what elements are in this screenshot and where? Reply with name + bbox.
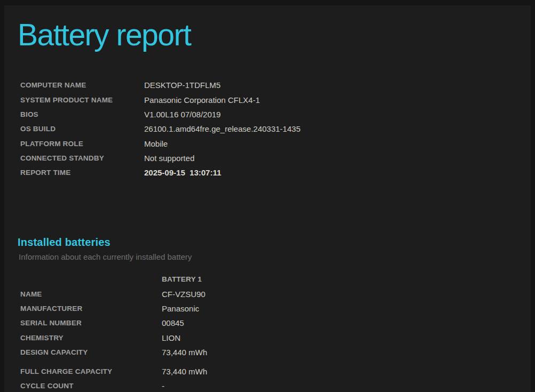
report-content: Battery report COMPUTER NAME DESKTOP-1TD… [4, 5, 531, 392]
row-value: CF-VZSU90 [162, 290, 206, 299]
row-label: PLATFORM ROLE [20, 140, 144, 148]
row-value: 73,440 mWh [162, 348, 207, 357]
row-value: DESKTOP-1TDFLM5 [144, 81, 221, 90]
row-label: OS BUILD [20, 125, 144, 133]
row-value: 26100.1.amd64fre.ge_release.240331-1435 [144, 124, 301, 133]
row-label: CONNECTED STANDBY [20, 154, 144, 162]
table-row: SYSTEM PRODUCT NAME Panasonic Corporatio… [20, 92, 301, 107]
row-label: DESIGN CAPACITY [20, 348, 162, 356]
row-label: BIOS [20, 110, 144, 118]
table-row: NAME CF-VZSU90 [20, 286, 207, 301]
table-header-row: BATTERY 1 [20, 272, 207, 286]
row-label: SYSTEM PRODUCT NAME [20, 96, 144, 104]
battery-report-page: Battery report COMPUTER NAME DESKTOP-1TD… [0, 0, 535, 392]
section-subtitle: Information about each currently install… [19, 252, 192, 261]
row-value: Mobile [144, 139, 168, 148]
row-value: Panasonic Corporation CFLX4-1 [144, 95, 260, 105]
row-label: COMPUTER NAME [20, 81, 144, 89]
row-label: FULL CHARGE CAPACITY [20, 367, 162, 375]
table-row: PLATFORM ROLE Mobile [20, 136, 301, 150]
table-row: MANUFACTURER Panasonic [20, 301, 207, 316]
row-label: NAME [20, 290, 162, 298]
row-label: CYCLE COUNT [20, 382, 162, 390]
row-label: REPORT TIME [20, 169, 144, 177]
table-row: SERIAL NUMBER 00845 [20, 316, 207, 330]
page-title: Battery report [18, 17, 191, 52]
row-value: 00845 [162, 318, 184, 327]
installed-batteries-table: BATTERY 1 NAME CF-VZSU90 MANUFACTURER Pa… [20, 272, 207, 392]
table-row: DESIGN CAPACITY 73,440 mWh [20, 345, 207, 359]
table-row: BIOS V1.00L16 07/08/2019 [20, 107, 301, 122]
table-row: REPORT TIME 2025-09-15 13:07:11 [20, 165, 301, 180]
row-value: V1.00L16 07/08/2019 [144, 110, 221, 119]
row-value: Panasonic [162, 304, 199, 313]
row-label: CHEMISTRY [20, 334, 162, 342]
battery-column-header: BATTERY 1 [162, 275, 202, 283]
row-label: SERIAL NUMBER [20, 319, 162, 327]
table-row: CHEMISTRY LION [20, 330, 207, 345]
section-heading-installed-batteries: Installed batteries [18, 236, 111, 249]
table-row: CONNECTED STANDBY Not supported [20, 151, 301, 165]
row-value: Not supported [144, 154, 194, 163]
table-row: OS BUILD 26100.1.amd64fre.ge_release.240… [20, 122, 301, 136]
row-value: - [162, 381, 164, 390]
table-row: FULL CHARGE CAPACITY 73,440 mWh [20, 364, 207, 379]
row-label: MANUFACTURER [20, 305, 162, 313]
table-row: COMPUTER NAME DESKTOP-1TDFLM5 [20, 78, 301, 92]
table-row: CYCLE COUNT - [20, 379, 207, 392]
row-value: LION [162, 333, 180, 342]
system-info-table: COMPUTER NAME DESKTOP-1TDFLM5 SYSTEM PRO… [20, 78, 301, 180]
row-value: 73,440 mWh [162, 367, 207, 376]
report-time-value: 2025-09-15 13:07:11 [144, 168, 221, 177]
